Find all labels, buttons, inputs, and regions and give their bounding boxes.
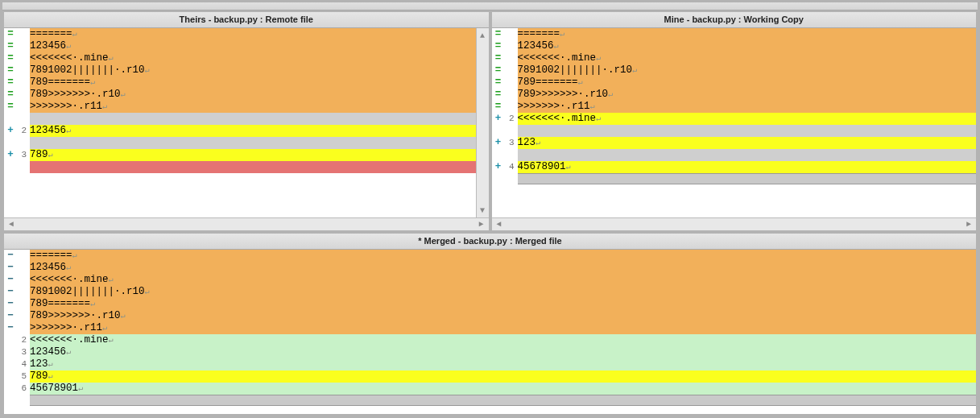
line-text[interactable]: [30, 161, 489, 173]
diff-line[interactable]: [4, 113, 489, 125]
diff-line[interactable]: =789=======↵: [492, 77, 977, 89]
diff-line[interactable]: +3123↵: [492, 137, 977, 149]
line-text[interactable]: 123456↵: [30, 262, 976, 274]
line-text[interactable]: <<<<<<<·.mine↵: [518, 52, 977, 64]
line-text[interactable]: 123↵: [30, 358, 976, 370]
gutter-marker: −: [4, 250, 17, 262]
diff-line[interactable]: =123456↵: [492, 40, 977, 52]
diff-line[interactable]: −789=======↵: [4, 298, 976, 310]
line-number: 6: [17, 383, 27, 395]
line-text[interactable]: 7891002|||||||·.r10↵: [30, 64, 489, 77]
diff-line[interactable]: [4, 137, 489, 149]
line-text[interactable]: 789=======↵: [518, 77, 977, 89]
diff-line[interactable]: 3123456↵: [4, 346, 976, 358]
merged-body[interactable]: −=======↵−123456↵−<<<<<<<·.mine↵−7891002…: [4, 250, 976, 414]
diff-line[interactable]: 645678901↵: [4, 383, 976, 395]
scroll-down-icon[interactable]: ▼: [477, 205, 488, 216]
line-text[interactable]: [518, 125, 977, 137]
diff-line[interactable]: +2123456↵: [4, 125, 489, 137]
line-text[interactable]: [30, 173, 489, 185]
diff-line[interactable]: [492, 125, 977, 137]
line-text[interactable]: 123456↵: [30, 125, 489, 137]
line-text[interactable]: [518, 149, 977, 161]
line-text[interactable]: 789>>>>>>>·.r10↵: [518, 89, 977, 101]
line-text[interactable]: >>>>>>>·.r11↵: [518, 101, 977, 113]
line-text[interactable]: <<<<<<<·.mine↵: [30, 52, 489, 64]
line-text[interactable]: 123456↵: [30, 40, 489, 52]
theirs-lines[interactable]: ========↵=123456↵=<<<<<<<·.mine↵=7891002…: [4, 28, 489, 217]
diff-line[interactable]: −789>>>>>>>·.r10↵: [4, 310, 976, 322]
diff-line[interactable]: =789>>>>>>>·.r10↵: [4, 89, 489, 101]
diff-line[interactable]: =7891002|||||||·.r10↵: [4, 64, 489, 77]
line-text[interactable]: <<<<<<<·.mine↵: [518, 113, 977, 125]
line-text[interactable]: 123456↵: [518, 40, 977, 52]
line-text[interactable]: 789=======↵: [30, 77, 489, 89]
theirs-body[interactable]: ========↵=123456↵=<<<<<<<·.mine↵=7891002…: [4, 28, 489, 230]
line-text[interactable]: 7891002|||||||·.r10↵: [518, 64, 977, 77]
diff-line[interactable]: =789>>>>>>>·.r10↵: [492, 89, 977, 101]
diff-line[interactable]: +445678901↵: [492, 161, 977, 173]
line-text[interactable]: <<<<<<<·.mine↵: [30, 334, 976, 346]
diff-line[interactable]: −>>>>>>>·.r11↵: [4, 322, 976, 334]
line-text[interactable]: >>>>>>>·.r11↵: [30, 101, 489, 113]
newline-icon: ↵: [560, 30, 564, 39]
diff-line[interactable]: ========↵: [4, 28, 489, 40]
line-number: [17, 77, 27, 89]
newline-icon: ↵: [48, 372, 53, 381]
line-text[interactable]: [30, 113, 489, 125]
diff-line[interactable]: 5789↵: [4, 370, 976, 383]
diff-line[interactable]: ========↵: [492, 28, 977, 40]
vertical-scrollbar[interactable]: ▲ ▼: [476, 28, 489, 217]
diff-line[interactable]: =123456↵: [4, 40, 489, 52]
diff-line[interactable]: =7891002|||||||·.r10↵: [492, 64, 977, 77]
line-text[interactable]: 789>>>>>>>·.r10↵: [30, 310, 976, 322]
diff-line[interactable]: =>>>>>>>·.r11↵: [492, 101, 977, 113]
newline-icon: ↵: [566, 163, 571, 172]
line-text[interactable]: 7891002|||||||·.r10↵: [30, 286, 976, 298]
scroll-left-icon[interactable]: ◄: [6, 219, 17, 230]
diff-line[interactable]: =>>>>>>>·.r11↵: [4, 101, 489, 113]
scroll-left-icon[interactable]: ◄: [494, 219, 505, 230]
horizontal-scrollbar[interactable]: ◄ ►: [492, 217, 977, 230]
diff-line[interactable]: −123456↵: [4, 262, 976, 274]
diff-line[interactable]: =789=======↵: [4, 77, 489, 89]
line-text[interactable]: =======↵: [518, 28, 977, 40]
diff-line[interactable]: 2<<<<<<<·.mine↵: [4, 334, 976, 346]
diff-line[interactable]: +3789↵: [4, 149, 489, 161]
diff-line[interactable]: −<<<<<<<·.mine↵: [4, 274, 976, 286]
diff-line[interactable]: 4123↵: [4, 358, 976, 370]
horizontal-scrollbar[interactable]: ◄ ►: [4, 217, 489, 230]
line-text[interactable]: 123456↵: [30, 346, 976, 358]
scroll-up-icon[interactable]: ▲: [477, 30, 488, 41]
line-text[interactable]: >>>>>>>·.r11↵: [30, 322, 976, 334]
mine-lines[interactable]: ========↵=123456↵=<<<<<<<·.mine↵=7891002…: [492, 28, 977, 217]
line-text[interactable]: =======↵: [30, 28, 489, 40]
line-text[interactable]: 123↵: [518, 137, 977, 149]
line-text[interactable]: [30, 137, 489, 149]
scroll-right-icon[interactable]: ►: [476, 219, 487, 230]
mine-body[interactable]: ========↵=123456↵=<<<<<<<·.mine↵=7891002…: [492, 28, 977, 230]
diff-line[interactable]: −7891002|||||||·.r10↵: [4, 286, 976, 298]
diff-line[interactable]: [4, 161, 489, 173]
line-text[interactable]: =======↵: [30, 250, 976, 262]
diff-line[interactable]: +2<<<<<<<·.mine↵: [492, 113, 977, 125]
newline-icon: ↵: [48, 360, 53, 369]
merged-lines[interactable]: −=======↵−123456↵−<<<<<<<·.mine↵−7891002…: [4, 250, 976, 414]
line-text[interactable]: 45678901↵: [518, 161, 977, 173]
diff-line[interactable]: [4, 173, 489, 185]
line-text[interactable]: 789↵: [30, 149, 489, 161]
gutter-marker: =: [492, 77, 505, 89]
line-text[interactable]: 789=======↵: [30, 298, 976, 310]
line-number: [17, 173, 27, 185]
line-text[interactable]: <<<<<<<·.mine↵: [30, 274, 976, 286]
diff-line[interactable]: −=======↵: [4, 250, 976, 262]
diff-line[interactable]: =<<<<<<<·.mine↵: [4, 52, 489, 64]
diff-line[interactable]: =<<<<<<<·.mine↵: [492, 52, 977, 64]
line-text[interactable]: 45678901↵: [30, 383, 976, 395]
diff-line[interactable]: [492, 149, 977, 161]
line-text[interactable]: 789>>>>>>>·.r10↵: [30, 89, 489, 101]
gutter-marker: +: [492, 113, 505, 125]
gutter-marker: −: [4, 322, 17, 334]
line-text[interactable]: 789↵: [30, 370, 976, 383]
scroll-right-icon[interactable]: ►: [963, 219, 974, 230]
